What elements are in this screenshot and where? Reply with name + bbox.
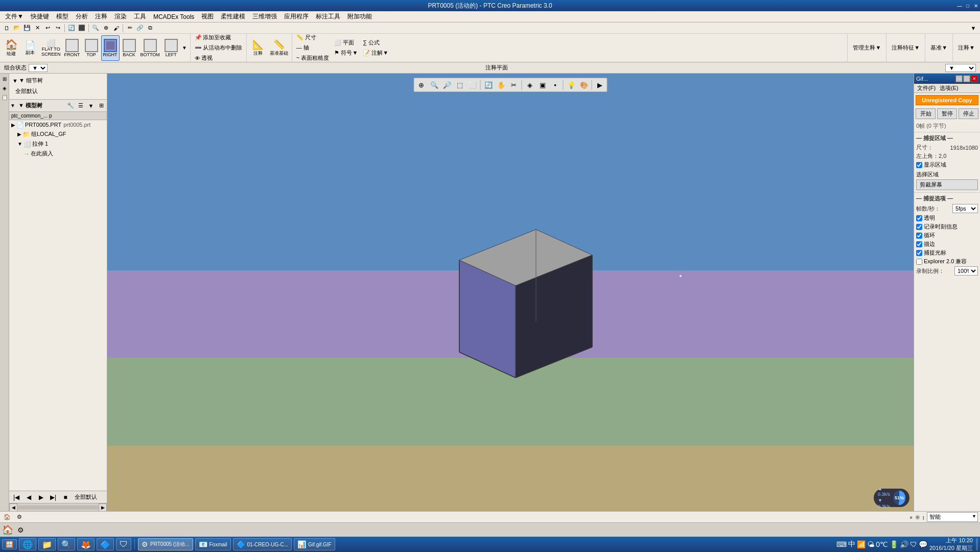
taskbar-360[interactable]: 🛡	[116, 538, 131, 550]
menu-tools[interactable]: 工具	[131, 11, 149, 22]
manage-btn[interactable]: 管理主释▼	[851, 43, 883, 53]
edit-btn[interactable]: ✏	[125, 24, 134, 33]
menu-mcadex[interactable]: MCADEx Tools	[150, 12, 197, 21]
back-view-btn[interactable]: BACK	[120, 35, 138, 61]
menu-annotation-tools[interactable]: 标注工具	[313, 11, 343, 22]
scroll-right-btn[interactable]: ▶	[99, 503, 107, 512]
close-btn[interactable]: ✕	[33, 24, 42, 33]
annot-feature-btn[interactable]: 注释特征▼	[890, 43, 922, 53]
view-more-btn[interactable]: ▼	[181, 45, 188, 51]
bottom-view-btn[interactable]: BOTTOM	[139, 35, 161, 61]
log-time-row[interactable]: 记录时刻信息	[916, 223, 978, 231]
home-view-btn[interactable]: 🏠 绘建	[2, 35, 20, 61]
smart-input[interactable]: 智能 ▼	[927, 512, 978, 522]
explorer-check[interactable]	[916, 259, 922, 265]
menu-3d-enhance[interactable]: 三维增强	[249, 11, 280, 22]
status-icon[interactable]: 🏠	[2, 524, 13, 536]
axis-btn[interactable]: — 轴	[294, 43, 331, 53]
detail-tree-header[interactable]: ▼ ▼ 细节树	[11, 76, 105, 85]
add-fav-btn[interactable]: 📌 添加至收藏	[193, 33, 244, 42]
tree-item-prt[interactable]: ▶ 📄 PRT0005.PRT prt0005.prt	[9, 120, 107, 129]
taskbar-browser2[interactable]: 🦊	[77, 538, 95, 550]
regen-btn[interactable]: 🔄	[67, 24, 76, 33]
public-formula-btn[interactable]: ∑ 公式	[361, 38, 390, 48]
taskbar-creo[interactable]: ⚙ PRT0005 (活动...	[138, 538, 193, 550]
tree-item-insert[interactable]: → 在此插入	[9, 149, 107, 158]
viewport[interactable]: ⊕ 🔍 🔎 ⬚ ⬜ 🔄 ✋ ✂ ◈ ▣ ▪ 💡 🎨 ▶	[107, 74, 914, 511]
annot-drop-btn[interactable]: 注释▼	[956, 43, 977, 53]
fps-select[interactable]: 5fps 10fps 15fps	[952, 204, 978, 213]
sign-btn[interactable]: ⚑ 符号▼	[332, 48, 360, 58]
menu-application[interactable]: 应用程序	[281, 11, 312, 22]
flat-to-screen-btn[interactable]: ⬜ FLAT TOSCREEN	[40, 35, 62, 61]
nav-next-btn[interactable]: ▶	[36, 492, 46, 502]
bt-settings-btn[interactable]: ⚙	[14, 513, 25, 522]
rp-start-btn[interactable]: 开始	[916, 108, 936, 119]
vt-shade[interactable]: 🎨	[578, 79, 590, 91]
scroll-left-btn[interactable]: ◀	[9, 503, 17, 512]
menu-view[interactable]: 视图	[198, 11, 217, 22]
more-btn[interactable]: ▼	[969, 24, 978, 33]
base-btn[interactable]: 基准▼	[928, 43, 949, 53]
menu-annotate[interactable]: 注释	[92, 11, 110, 22]
switch-window-btn[interactable]: ⧉	[146, 24, 155, 33]
open-btn[interactable]: 📂	[12, 24, 21, 33]
tray-weather[interactable]: 🌤	[867, 540, 874, 548]
save-btn[interactable]: 💾	[22, 24, 32, 33]
taskbar-foxmail[interactable]: 📧 Foxmail	[195, 538, 231, 550]
start-button[interactable]: 🪟	[2, 539, 17, 549]
vt-zoom-in[interactable]: 🔍	[428, 79, 440, 91]
vt-zoom-window[interactable]: ⬚	[454, 79, 466, 91]
tree-item-extrude[interactable]: ▼ ⬜ 拉伸 1	[9, 139, 107, 149]
log-time-check[interactable]	[916, 224, 922, 230]
menu-analysis[interactable]: 分析	[73, 11, 91, 22]
vt-lights[interactable]: 💡	[565, 79, 577, 91]
redo-btn[interactable]: ↪	[53, 24, 62, 33]
rp-stop-btn[interactable]: 停止	[959, 108, 978, 119]
from-active-btn[interactable]: ➖ 从活动布中删除	[193, 43, 244, 53]
nav-end-btn[interactable]: ■	[60, 492, 71, 502]
expand-prt[interactable]: ▶	[11, 122, 15, 128]
rp-options-menu[interactable]: 选项(E)	[938, 84, 961, 93]
show-region-row[interactable]: 显示区域	[916, 161, 946, 169]
taskbar-vpn[interactable]: 🔷	[97, 538, 114, 550]
right-view-btn[interactable]: RIGHT	[101, 35, 120, 61]
transparent-row[interactable]: 透明	[916, 214, 978, 222]
icon-bar-btn2[interactable]: ◈	[1, 84, 9, 92]
tree-item-local-gf[interactable]: ▶ 📁 组LOCAL_GF	[9, 129, 107, 139]
show-region-check[interactable]	[916, 162, 922, 168]
repaint-btn[interactable]: 🖌	[111, 24, 121, 33]
transparent-check[interactable]	[916, 215, 922, 221]
icon-bar-btn1[interactable]: ⊞	[1, 75, 9, 83]
border-row[interactable]: 描边	[916, 240, 978, 248]
rp-close[interactable]: ✕	[971, 75, 978, 82]
tray-msg[interactable]: 💬	[919, 540, 927, 548]
clock[interactable]: 上午 10:20 2016/1/20 星期三	[929, 537, 973, 552]
maximize-button[interactable]: □	[964, 0, 972, 11]
all-default-bottom-label[interactable]: 全部默认	[73, 493, 99, 501]
expand-extrude[interactable]: ▼	[17, 141, 22, 147]
bt-home-btn[interactable]: 🏠	[2, 513, 12, 522]
tree-list-btn[interactable]: ☰	[76, 101, 85, 110]
show-desktop-btn[interactable]	[976, 538, 978, 550]
show-hide-btn[interactable]: 👁 透视	[193, 53, 244, 63]
base-feat-btn[interactable]: 📏 基准基础	[268, 35, 290, 61]
loop-check[interactable]	[916, 233, 922, 239]
taskbar-creo-ug[interactable]: 🔷 01-CREO-UG-C...	[233, 538, 292, 550]
icon-bar-btn3[interactable]: 📋	[1, 93, 9, 101]
zoom-fit-btn[interactable]: ⊕	[101, 24, 110, 33]
top-view-btn[interactable]: TOP	[82, 35, 101, 61]
tray-keyboard[interactable]: ⌨	[836, 540, 847, 548]
cursor-row[interactable]: 捕捉光标	[916, 249, 978, 257]
nav-first-btn[interactable]: |◀	[11, 492, 21, 502]
plane-btn[interactable]: ⬜ 平面	[332, 38, 360, 48]
minimize-button[interactable]: —	[955, 0, 964, 11]
rp-minimize[interactable]: —	[955, 75, 963, 82]
vt-front-v[interactable]: ▣	[536, 79, 549, 91]
rp-maximize[interactable]: □	[963, 75, 970, 82]
copy-view-btn[interactable]: 📄 副本	[21, 35, 39, 61]
cursor-check[interactable]	[916, 250, 922, 256]
menu-extra[interactable]: 附加功能	[344, 11, 375, 22]
new-btn[interactable]: 🗋	[2, 24, 11, 33]
vt-zoom-out[interactable]: 🔎	[441, 79, 453, 91]
